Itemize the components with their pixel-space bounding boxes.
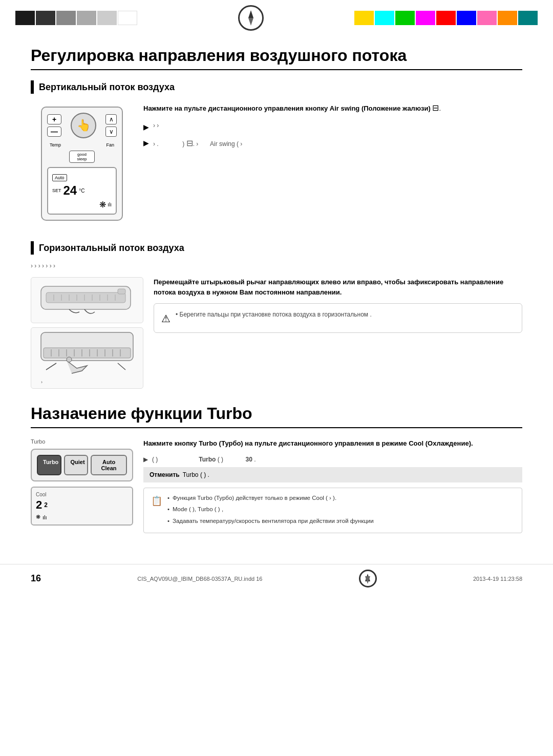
temp-value: 24 (63, 183, 77, 198)
turbo-temp-sup: 2 (44, 501, 48, 509)
ac-vents-svg: › (36, 330, 138, 386)
note-box: 📋 • Функция Turbo (Турбо) действует толь… (143, 488, 522, 534)
fan-icon: ❋ (99, 200, 106, 209)
arrow-down-button[interactable]: ∨ (105, 127, 117, 137)
turbo-temp-value: 2 (36, 498, 42, 512)
color-swatch-black2 (36, 11, 55, 25)
arrow-col: ∧ ∨ (105, 114, 117, 137)
turbo-label-small: Turbo (31, 438, 133, 445)
sub-heading-text-vertical: Вертикальный поток воздуха (39, 82, 175, 93)
temp-label: Temp (50, 142, 61, 148)
hand-icon: 👆 (77, 119, 91, 132)
remote-body: + — 👆 ∧ ∨ Temp Fan good sleep (41, 107, 123, 221)
warning-icon: ⚠ (161, 311, 171, 326)
vertical-section: + — 👆 ∧ ∨ Temp Fan good sleep (31, 101, 522, 226)
horiz-text: Перемещайте штырьковый рычаг направляющи… (154, 277, 522, 389)
sub-heading-horizontal: Горизонтальный поток воздуха (31, 241, 522, 255)
turbo-button[interactable]: Turbo (37, 455, 61, 475)
color-block-right (354, 11, 538, 25)
color-swatch-blue (457, 11, 476, 25)
turbo-cancel-row: Отменить Turbo ( ) . (143, 467, 522, 482)
turbo-right: Нажмите кнопку Turbo (Турбо) на пульте д… (143, 438, 522, 533)
note-text-1: Функция Turbo (Турбо) действует только в… (173, 493, 336, 503)
note-icon: 📋 (151, 493, 162, 528)
horiz-intro: › › › › › › › (31, 262, 522, 269)
page-footer: 16 CIS_AQV09U@_IBIM_DB68-03537A_RU.indd … (0, 564, 553, 593)
svg-rect-13 (44, 348, 131, 358)
remote-top-buttons: + — 👆 ∧ ∨ (47, 113, 117, 138)
remote-display: Auto SET 24 °C ❋ ılı (47, 167, 117, 215)
turbo-title: Назначение функции Turbo (31, 404, 522, 428)
horiz-main-instruction: Перемещайте штырьковый рычаг направляющи… (154, 277, 522, 297)
ac-unit-top-image (31, 277, 143, 323)
minus-button[interactable]: — (47, 127, 61, 137)
vertical-text: Нажмите на пульте дистанционного управле… (143, 101, 522, 226)
turbo-left: Turbo Turbo Quiet Auto Clean Cool 2 2 ❋ … (31, 438, 133, 533)
color-swatch-yellow (354, 11, 374, 25)
horizontal-section: › Перемещайте штырьковый рычаг направляю… (31, 277, 522, 389)
note-text-3: Задавать температуру/скорость вентилятор… (173, 516, 374, 527)
plus-button[interactable]: + (47, 114, 61, 124)
airswing-button[interactable]: 👆 (71, 113, 96, 138)
page-number: 16 (31, 573, 41, 584)
color-swatch-teal (518, 11, 538, 25)
color-swatch-magenta (416, 11, 435, 25)
note-bullet-marker-3: • (167, 516, 169, 527)
quiet-button[interactable]: Quiet (64, 455, 88, 475)
color-swatch-green (395, 11, 415, 25)
note-text-2: Mode ( ), Turbo ( ) , (173, 505, 223, 515)
footer-left: CIS_AQV09U@_IBIM_DB68-03537A_RU.indd 16 (137, 576, 262, 582)
auto-label: Auto (52, 174, 67, 181)
color-swatch-red (436, 11, 456, 25)
bullet-item-1: ▶ › › (143, 121, 522, 133)
bullet-text-2: › . ) ⊟. › Air swing ( › (153, 137, 522, 150)
auto-clean-button[interactable]: Auto Clean (91, 455, 127, 475)
color-swatch-gray2 (77, 11, 96, 25)
color-swatch-orange (498, 11, 517, 25)
turbo-bullet-1: ▶ ( ) Turbo ( ) 30 . (143, 456, 522, 463)
ac-top-svg (38, 281, 136, 320)
ac-vents-detail-image: › (31, 327, 143, 389)
svg-text:›: › (41, 380, 42, 385)
section1-title: Регулировка направления воздушного поток… (31, 46, 522, 70)
fan-icons: ❋ ılı (52, 200, 112, 209)
arrow-up-button[interactable]: ∧ (105, 114, 117, 124)
turbo-remote-buttons: Turbo Quiet Auto Clean (31, 449, 133, 481)
turbo-fan-icon: ❋ (36, 514, 40, 520)
svg-point-24 (67, 357, 72, 362)
warning-bullet: • (176, 311, 180, 318)
compass-footer (359, 570, 377, 587)
horiz-content: › Перемещайте штырьковый рычаг направляю… (31, 277, 522, 389)
note-bullet-1: • Функция Turbo (Турбо) действует только… (167, 493, 515, 503)
note-content: • Функция Turbo (Турбо) действует только… (167, 493, 515, 528)
color-swatch-white (118, 11, 137, 25)
sub-heading-vertical: Вертикальный поток воздуха (31, 80, 522, 94)
svg-rect-11 (118, 289, 125, 294)
color-swatch-cyan (375, 11, 394, 25)
warning-text: • Берегите пальцы при установке потока в… (176, 310, 515, 326)
temp-degree: °C (79, 188, 84, 194)
warning-box: ⚠ • Берегите пальцы при установке потока… (154, 303, 522, 333)
turbo-display: Cool 2 2 ❋ ılı (31, 487, 133, 526)
sub-heading-bar-h (31, 241, 34, 255)
turbo-main-text: Нажмите кнопку Turbo (Турбо) на пульте д… (143, 438, 522, 449)
note-bullet-marker-1: • (167, 493, 169, 503)
plus-minus-col: + — (47, 114, 61, 137)
good-sleep-button[interactable]: good sleep (69, 151, 95, 163)
turbo-bullet-arrow: ▶ (143, 456, 148, 463)
footer-right: 2013-4-19 11:23:58 (473, 576, 522, 582)
turbo-bullet-text: ( ) Turbo ( ) 30 . (152, 456, 256, 463)
color-swatch-black1 (15, 11, 35, 25)
color-swatch-gray3 (97, 11, 117, 25)
note-bullet-2: • Mode ( ), Turbo ( ) , (167, 505, 515, 515)
set-label: SET (52, 188, 61, 193)
bullet-text-1: › › (153, 121, 522, 133)
fan-label: Fan (106, 142, 114, 148)
turbo-fan-display: ❋ ılı (36, 514, 128, 520)
turbo-signal-icon: ılı (42, 514, 47, 520)
note-bullet-3: • Задавать температуру/скорость вентилят… (167, 516, 515, 527)
bullet-arrow-1: ▶ (143, 121, 149, 133)
cancel-text: Turbo ( ) . (183, 471, 209, 478)
note-bullet-marker-2: • (167, 505, 169, 515)
ac-images: › (31, 277, 143, 389)
